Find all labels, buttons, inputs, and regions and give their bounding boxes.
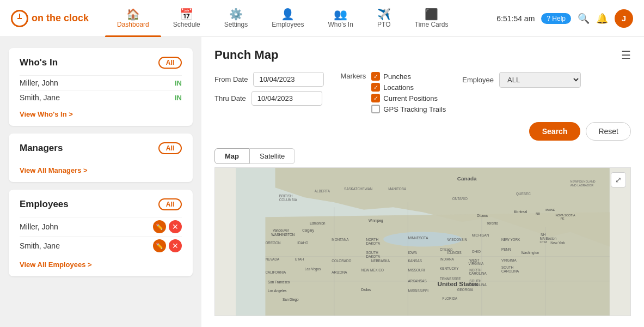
svg-text:Canada: Canada	[457, 175, 477, 181]
menu-icon[interactable]: ☰	[621, 49, 631, 62]
list-item: Miller, John IN	[20, 75, 182, 90]
svg-text:NEW MEXICO: NEW MEXICO	[361, 268, 384, 272]
dashboard-icon: 🏠	[126, 9, 140, 20]
svg-text:NORTH: NORTH	[366, 238, 379, 241]
current-positions-label: Current Positions	[383, 94, 438, 102]
marker-locations: ✓ Locations	[371, 83, 446, 92]
employee-name: Miller, John	[20, 222, 58, 231]
list-item: Miller, John ✏️ ✕	[20, 217, 182, 236]
delete-employee-button[interactable]: ✕	[169, 239, 182, 252]
svg-text:COLORADO: COLORADO	[332, 259, 351, 263]
nav-item-employees[interactable]: 👤 Employees	[260, 0, 316, 37]
search-button[interactable]: 🔍	[578, 13, 590, 25]
svg-text:NEVADA: NEVADA	[265, 257, 279, 261]
svg-text:Los Angeles: Los Angeles	[268, 289, 286, 293]
employee-label: Employee	[462, 76, 494, 84]
map-svg: Canada United States BRITISH COLUMBIA AL…	[215, 168, 630, 316]
svg-text:ONTARIO: ONTARIO	[452, 197, 468, 201]
map-tabs: Map Satellite	[214, 148, 295, 164]
list-item: Smith, Jane IN	[20, 90, 182, 105]
content-area: Punch Map ☰ From Date Thru Date	[201, 37, 644, 327]
tab-satellite[interactable]: Satellite	[249, 148, 295, 164]
svg-text:KENTUCKY: KENTUCKY	[440, 267, 459, 270]
svg-text:Las Vegas: Las Vegas	[305, 267, 321, 271]
employee-name: Miller, John	[20, 78, 58, 87]
whos-in-badge[interactable]: All	[158, 57, 182, 69]
edit-employee-button[interactable]: ✏️	[153, 239, 166, 252]
svg-text:DAKOTA: DAKOTA	[366, 241, 381, 245]
view-managers-link[interactable]: View All Managers >	[20, 166, 88, 174]
svg-text:Edmonton: Edmonton	[310, 221, 326, 225]
thru-date-group: Thru Date	[214, 91, 324, 106]
svg-text:CAROLINA: CAROLINA	[501, 269, 519, 273]
managers-badge[interactable]: All	[158, 142, 182, 154]
svg-text:Washington: Washington	[521, 251, 539, 255]
view-employees-link[interactable]: View All Employees >	[20, 261, 92, 269]
whos-in-title: Who's In	[20, 57, 58, 68]
marker-punches: ✓ Punches	[371, 72, 446, 81]
svg-text:NH: NH	[541, 233, 546, 237]
svg-text:NEW YORK: NEW YORK	[501, 238, 520, 241]
svg-text:QUEBEC: QUEBEC	[516, 192, 531, 196]
delete-employee-button[interactable]: ✕	[169, 220, 182, 233]
marker-current-positions: ✓ Current Positions	[371, 94, 446, 102]
svg-text:ARKANSAS: ARKANSAS	[408, 279, 426, 283]
employees-card: Employees All Miller, John ✏️ ✕ Smith, J…	[9, 190, 193, 276]
top-navigation: on the clock 🏠 Dashboard 📅 Schedule ⚙️ S…	[0, 0, 644, 37]
content-inner: Punch Map ☰ From Date Thru Date	[201, 37, 644, 327]
avatar[interactable]: J	[615, 9, 633, 28]
managers-card: Managers All View All Managers >	[9, 134, 193, 182]
svg-text:Montreal: Montreal	[514, 210, 528, 214]
markers-group: Markers ✓ Punches ✓ Locations ✓ Current	[340, 72, 446, 113]
nav-label-schedule: Schedule	[173, 21, 200, 28]
managers-title: Managers	[20, 143, 63, 154]
svg-text:ILLINOIS: ILLINOIS	[447, 251, 462, 255]
gps-tracking-checkbox[interactable]	[371, 105, 380, 113]
nav-item-pto[interactable]: ✈️ PTO	[365, 0, 403, 37]
svg-text:MICHIGAN: MICHIGAN	[472, 233, 489, 237]
from-date-group: From Date	[214, 72, 324, 87]
svg-text:SASKATCHEWAN: SASKATCHEWAN	[344, 187, 373, 191]
thru-date-label: Thru Date	[214, 94, 246, 102]
svg-text:MAINE: MAINE	[545, 208, 555, 211]
nav-item-settings[interactable]: ⚙️ Settings	[212, 0, 260, 37]
view-whos-in-link[interactable]: View Who's In >	[20, 110, 73, 118]
svg-text:Toronto: Toronto	[487, 221, 499, 225]
svg-text:TENNESSEE: TENNESSEE	[440, 277, 461, 281]
employees-badge[interactable]: All	[158, 198, 182, 210]
content-title-row: Punch Map ☰	[214, 48, 631, 62]
current-positions-checkbox[interactable]: ✓	[371, 94, 380, 102]
svg-text:MONTANA: MONTANA	[332, 238, 349, 241]
nav-item-time-cards[interactable]: ⬛ Time Cards	[403, 0, 461, 37]
time-cards-icon: ⬛	[425, 9, 438, 20]
status-badge: IN	[175, 79, 182, 87]
edit-employee-button[interactable]: ✏️	[153, 220, 166, 233]
tab-map[interactable]: Map	[214, 148, 249, 164]
settings-icon: ⚙️	[229, 9, 243, 20]
fullscreen-button[interactable]: ⤢	[611, 172, 626, 187]
search-button[interactable]: Search	[529, 122, 581, 141]
notifications-button[interactable]: 🔔	[596, 13, 608, 25]
sidebar: Who's In All Miller, John IN Smith, Jane…	[0, 37, 201, 327]
logo[interactable]: on the clock	[11, 10, 89, 27]
svg-text:NEBRASKA: NEBRASKA	[371, 259, 390, 263]
svg-text:IOWA: IOWA	[408, 251, 417, 255]
managers-header: Managers All	[20, 142, 182, 154]
nav-item-schedule[interactable]: 📅 Schedule	[161, 0, 212, 37]
nav-item-whos-in[interactable]: 👥 Who's In	[316, 0, 365, 37]
svg-text:WASHINGTON: WASHINGTON	[271, 233, 295, 237]
punches-checkbox[interactable]: ✓	[371, 72, 380, 81]
marker-gps-tracking: GPS Tracking Trails	[371, 105, 446, 113]
employee-select[interactable]: ALL	[499, 72, 581, 88]
locations-checkbox[interactable]: ✓	[371, 83, 380, 92]
thru-date-input[interactable]	[252, 91, 322, 106]
svg-text:DAKOTA: DAKOTA	[366, 255, 381, 258]
help-button[interactable]: ? Help	[541, 13, 571, 24]
nav-label-settings: Settings	[224, 21, 248, 28]
list-item: Smith, Jane ✏️ ✕	[20, 236, 182, 255]
svg-text:COLUMBIA: COLUMBIA	[279, 198, 298, 202]
reset-button[interactable]: Reset	[586, 122, 631, 141]
nav-item-dashboard[interactable]: 🏠 Dashboard	[105, 0, 161, 37]
from-date-input[interactable]	[253, 72, 324, 87]
svg-text:VIRGINIA: VIRGINIA	[469, 262, 484, 265]
